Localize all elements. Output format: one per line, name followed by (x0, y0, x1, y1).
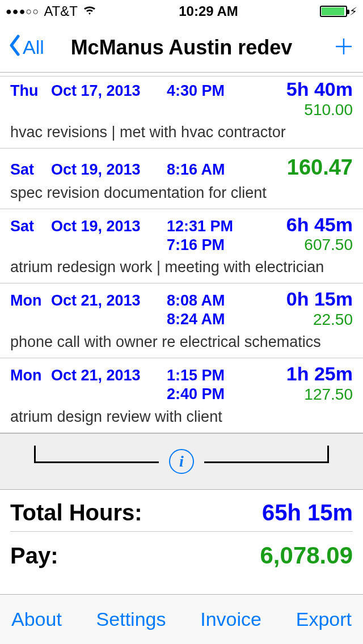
add-button[interactable] (332, 35, 355, 60)
status-bar: ●●●○○ AT&T 10:29 AM ⚡︎ (0, 0, 363, 23)
nav-bar: All McManus Austin redev (0, 23, 363, 73)
entry-amount: 160.47 (287, 155, 353, 180)
entry-right: 1h 25m127.50 (286, 364, 353, 404)
time-entry[interactable]: SatOct 19, 201312:31 PM7:16 PM6h 45m607.… (0, 209, 363, 284)
entry-date: Oct 21, 2013 (51, 367, 164, 384)
bracket-left-icon (34, 449, 159, 474)
about-button[interactable]: About (11, 608, 62, 630)
entry-duration: 6h 45m (286, 215, 353, 235)
toolbar: About Settings Invoice Export (0, 594, 363, 644)
entry-right: 0h 15m22.50 (286, 289, 353, 329)
entry-date: Oct 21, 2013 (51, 292, 164, 310)
entry-times: 4:30 PM (167, 82, 246, 100)
entry-times: 8:08 AM8:24 AM (167, 292, 246, 328)
entry-start-time: 4:30 PM (167, 82, 225, 100)
entry-day: Mon (10, 292, 51, 310)
entry-times: 1:15 PM2:40 PM (167, 367, 246, 403)
status-left: ●●●○○ AT&T (6, 3, 97, 19)
entry-duration: 5h 40m (286, 79, 353, 100)
entry-description: phone call with owner re electrical sche… (10, 333, 353, 351)
entry-description: spec revision documentation for client (10, 184, 353, 202)
entry-right: 5h 40m510.00 (286, 96, 353, 119)
invoice-button[interactable]: Invoice (200, 608, 261, 630)
entry-day: Thu (10, 82, 51, 100)
entry-amount: 607.50 (304, 236, 353, 254)
entry-start-time: 12:31 PM (167, 218, 233, 235)
info-button[interactable]: i (169, 449, 194, 474)
charging-icon: ⚡︎ (349, 5, 357, 18)
back-label: All (23, 36, 44, 58)
entry-amount: 22.50 (313, 311, 353, 329)
entry-day: Sat (10, 218, 51, 235)
entry-amount: 510.00 (304, 101, 353, 119)
back-button[interactable]: All (8, 34, 44, 61)
status-right: ⚡︎ (320, 5, 357, 18)
carrier-label: AT&T (44, 3, 78, 19)
entry-start-time: 8:08 AM (167, 292, 225, 310)
entry-description: atrium redesign work | meeting with elec… (10, 259, 353, 276)
entry-date: Oct 19, 2013 (51, 218, 164, 235)
info-divider: i (0, 433, 363, 490)
total-hours-value: 65h 15m (262, 500, 353, 526)
time-entry[interactable]: ThuOct 17, 20134:30 PM5h 40m510.00hvac r… (0, 77, 363, 149)
chevron-left-icon (8, 34, 22, 61)
status-time: 10:29 AM (179, 3, 238, 19)
total-pay-value: 6,078.09 (260, 542, 353, 569)
entry-start-time: 8:16 AM (167, 161, 225, 179)
entry-end-time: 2:40 PM (167, 385, 225, 403)
entry-end-time: 7:16 PM (167, 236, 225, 254)
entry-duration: 0h 15m (286, 289, 353, 310)
time-entry[interactable]: MonOct 21, 20138:08 AM8:24 AM0h 15m22.50… (0, 283, 363, 358)
battery-icon (320, 6, 347, 17)
entry-date: Oct 19, 2013 (51, 161, 164, 179)
entry-start-time: 1:15 PM (167, 367, 225, 384)
total-hours-row: Total Hours: 65h 15m (10, 490, 353, 531)
entry-date: Oct 17, 2013 (51, 82, 164, 100)
wifi-icon (82, 3, 97, 19)
time-entry[interactable]: SatOct 19, 20138:16 AM160.47spec revisio… (0, 149, 363, 209)
page-title: McManus Austin redev (0, 36, 363, 60)
entry-amount: 127.50 (304, 385, 353, 404)
entry-end-time: 8:24 AM (167, 311, 225, 328)
entry-description: hvac revisions | met with hvac contracto… (10, 124, 353, 141)
entry-times: 12:31 PM7:16 PM (167, 218, 246, 254)
entry-right: 160.47 (287, 154, 353, 180)
entry-right: 6h 45m607.50 (286, 215, 353, 255)
totals-section: Total Hours: 65h 15m Pay: 6,078.09 (0, 490, 363, 575)
plus-icon (332, 35, 355, 58)
entry-times: 8:16 AM (167, 161, 246, 179)
entry-duration: 1h 25m (286, 364, 353, 384)
settings-button[interactable]: Settings (96, 608, 166, 630)
entry-day: Mon (10, 367, 51, 384)
total-hours-label: Total Hours: (10, 500, 142, 526)
time-entry[interactable]: MonOct 21, 20131:15 PM2:40 PM1h 25m127.5… (0, 358, 363, 433)
entry-description: atrium design review with client (10, 408, 353, 426)
total-pay-row: Pay: 6,078.09 (10, 532, 353, 575)
total-pay-label: Pay: (10, 543, 58, 569)
signal-dots-icon: ●●●○○ (6, 6, 39, 18)
entry-day: Sat (10, 161, 51, 179)
export-button[interactable]: Export (296, 608, 352, 630)
entries-list: ThuOct 17, 20134:30 PM5h 40m510.00hvac r… (0, 76, 363, 433)
bracket-right-icon (204, 449, 329, 474)
